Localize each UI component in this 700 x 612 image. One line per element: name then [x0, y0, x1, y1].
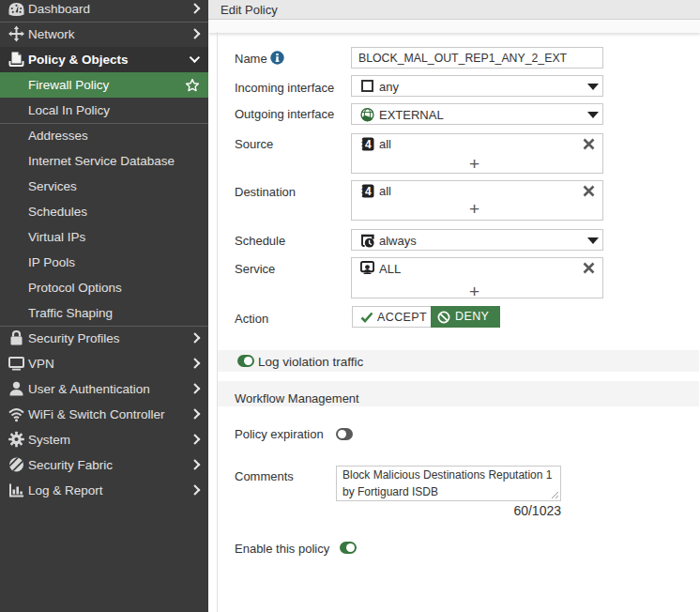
svg-text:4: 4	[365, 138, 372, 151]
svg-text:4: 4	[365, 185, 372, 198]
